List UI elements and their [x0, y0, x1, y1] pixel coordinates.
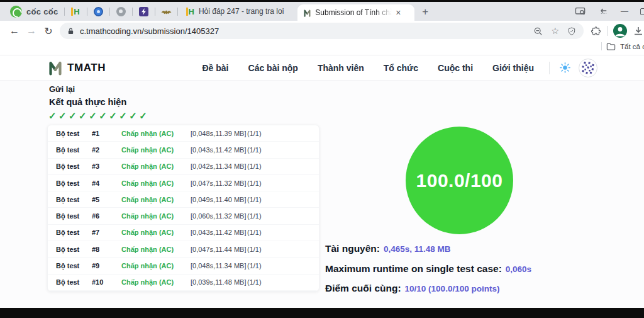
test-verdict-badge: Chấp nhận (AC) [121, 278, 191, 286]
stat-label: Maximum runtime on single test case: [325, 263, 502, 274]
test-verdict-badge: Chấp nhận (AC) [121, 162, 191, 170]
folder-icon [606, 42, 616, 50]
test-name: Bộ test [56, 196, 92, 203]
nav-item[interactable]: Cuộc thi [438, 63, 473, 73]
bookmark-star-icon[interactable]: ☆ [551, 26, 559, 35]
active-tab-title: Submission of Tính chẵn lẻ c [315, 8, 392, 17]
test-verdict-badge: Chấp nhận (AC) [121, 146, 191, 154]
coccoc-brand-label: cốc cốc [26, 7, 58, 16]
test-score: (1/1) [247, 130, 262, 137]
test-number: #8 [92, 246, 121, 253]
forward-icon[interactable]: → [26, 25, 37, 37]
tab-strip: cốc cốc H H Hỏi đáp 247 - trang tra [0, 2, 644, 21]
test-result-row: Bộ test #4 Chấp nhận (AC) [0,047s,11.32 … [48, 175, 319, 191]
check-icon: ✓ [89, 110, 96, 121]
test-resources: [0,047s,11.44 MB] [191, 246, 247, 253]
background-tab-hoidap247[interactable]: H Hỏi đáp 247 - trang tra loi [186, 7, 284, 16]
shield-check-icon[interactable] [567, 26, 576, 36]
test-verdict-badge: Chấp nhận (AC) [121, 179, 191, 187]
test-verdict-badge: Chấp nhận (AC) [121, 262, 191, 270]
test-number: #5 [92, 196, 121, 203]
test-result-row: Bộ test #1 Chấp nhận (AC) [0,048s,11.39 … [48, 125, 319, 142]
theme-toggle-sun-icon[interactable] [559, 62, 570, 74]
pinned-tab-gear[interactable] [116, 6, 126, 17]
hoidap247-icon: H [71, 8, 79, 16]
stat-label: Tài nguyên: [325, 243, 380, 254]
check-icon: ✓ [129, 110, 136, 121]
site-header: TMATH Đề bài Các bài nộp Thành viên Tổ c… [0, 55, 644, 81]
tab-separator [177, 8, 178, 16]
test-name: Bộ test [56, 146, 92, 154]
test-result-row: Bộ test #3 Chấp nhận (AC) [0,042s,11.34 … [48, 159, 319, 175]
check-icon: ✓ [58, 110, 66, 121]
nav-item[interactable]: Giới thiệu [492, 63, 534, 73]
test-result-row: Bộ test #10 Chấp nhận (AC) [0,039s,11.48… [48, 275, 319, 291]
close-tab-icon[interactable]: × [396, 8, 401, 17]
zoom-out-icon[interactable] [533, 26, 543, 36]
window-bottom-edge [0, 308, 644, 318]
test-number: #2 [92, 146, 121, 154]
new-tab-button[interactable]: + [422, 6, 428, 17]
test-score: (1/1) [247, 278, 262, 286]
test-score: (1/1) [247, 146, 262, 154]
browser-window: cốc cốc H H Hỏi đáp 247 - trang tra [0, 0, 644, 318]
address-bar[interactable]: c.tmathcoding.vn/submission/1405327 ☆ [60, 23, 584, 39]
pinned-tab-lightning[interactable] [138, 6, 149, 17]
back-dotted-icon[interactable] [598, 8, 609, 15]
test-result-row: Bộ test #6 Chấp nhận (AC) [0,060s,11.32 … [48, 208, 319, 224]
screen-capture-icon[interactable] [575, 6, 586, 16]
testcase-check-row: ✓ ✓ ✓ ✓ ✓ ✓ ✓ ✓ ✓ ✓ [48, 110, 147, 122]
check-icon: ✓ [109, 110, 116, 121]
hoidap247-favicon: H [186, 8, 194, 16]
test-resources: [0,043s,11.42 MB] [191, 146, 247, 154]
check-icon: ✓ [79, 110, 86, 121]
nav-item[interactable]: Đề bài [203, 63, 229, 73]
test-result-row: Bộ test #7 Chấp nhận (AC) [0,043s,11.42 … [48, 225, 319, 241]
test-name: Bộ test [56, 262, 92, 270]
minimize-icon[interactable]: — [621, 7, 628, 16]
reload-icon[interactable]: ↻ [43, 25, 54, 37]
tmath-logo[interactable]: TMATH [48, 60, 106, 76]
toolbar-right [584, 24, 644, 38]
test-verdict-badge: Chấp nhận (AC) [121, 196, 191, 203]
lock-icon [67, 27, 74, 35]
coccoc-browser-logo-icon[interactable] [10, 6, 22, 18]
bat-icon [161, 8, 172, 15]
test-resources: [0,049s,11.40 MB] [191, 196, 247, 203]
pinned-tab-bat[interactable] [161, 6, 172, 17]
user-identicon-avatar[interactable] [579, 59, 597, 77]
nav-item[interactable]: Các bài nộp [248, 63, 298, 73]
tab-separator [155, 8, 155, 16]
tab-separator [109, 8, 110, 16]
all-bookmarks-button[interactable]: Tất cả c [601, 42, 644, 50]
resubmit-link[interactable]: Gửi lại [49, 84, 75, 94]
test-verdict-badge: Chấp nhận (AC) [121, 246, 191, 253]
tmath-m-icon [48, 60, 63, 76]
check-icon: ✓ [99, 110, 106, 121]
all-bookmarks-label: Tất cả c [620, 43, 644, 50]
pinned-tab-blue-globe[interactable] [93, 6, 104, 17]
extensions-puzzle-icon[interactable] [591, 26, 601, 37]
active-tab[interactable]: Submission of Tính chẵn lẻ c × [297, 4, 414, 21]
downloads-icon[interactable] [633, 26, 644, 37]
nav-item[interactable]: Tổ chức [384, 63, 418, 73]
stat-line: Maximum runtime on single test case:0,06… [325, 263, 531, 275]
test-resources: [0,047s,11.32 MB] [191, 179, 247, 187]
tmath-brand-label: TMATH [67, 62, 106, 74]
test-number: #9 [92, 262, 121, 270]
check-icon: ✓ [48, 110, 56, 121]
profile-avatar[interactable] [613, 24, 627, 38]
nav-item[interactable]: Thành viên [318, 63, 364, 73]
check-icon: ✓ [69, 110, 76, 121]
bookmarks-bar: Tất cả c [0, 41, 644, 55]
test-name: Bộ test [56, 278, 92, 286]
back-icon[interactable]: ← [9, 25, 20, 37]
stat-line: Tài nguyên:0,465s, 11.48 MB [325, 243, 531, 254]
pinned-tab-hoidap247[interactable]: H [70, 6, 81, 17]
test-result-row: Bộ test #9 Chấp nhận (AC) [0,048s,11.34 … [48, 258, 319, 274]
test-result-row: Bộ test #8 Chấp nhận (AC) [0,047s,11.44 … [48, 241, 319, 258]
tmath-favicon-icon [303, 9, 311, 17]
test-name: Bộ test [56, 229, 92, 236]
maximize-restore-icon[interactable] [640, 8, 644, 15]
tab-separator [87, 8, 87, 16]
